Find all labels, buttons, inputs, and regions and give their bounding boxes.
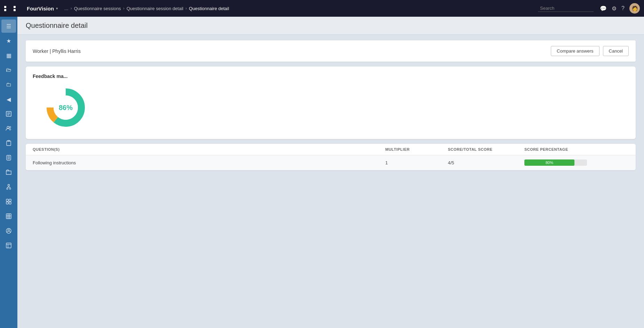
breadcrumb-ellipsis: ... [64, 6, 69, 11]
col-header-scroll [622, 147, 629, 151]
donut-chart: 86% [41, 83, 90, 132]
sidebar-item-grid[interactable]: ▦ [1, 49, 16, 62]
col-header-score: SCORE/TOTAL SCORE [448, 147, 524, 151]
svg-point-15 [9, 188, 11, 189]
sidebar-item-folder2[interactable] [1, 166, 16, 179]
breadcrumb-sessions[interactable]: Questionnaire sessions [74, 6, 121, 11]
app-grid-icon[interactable] [4, 6, 22, 11]
brand-name: FourVision [27, 6, 54, 11]
sidebar-item-person-tree[interactable] [1, 180, 16, 194]
sidebar-item-documents[interactable] [1, 107, 16, 120]
breadcrumb: ... › Questionnaire sessions › Questionn… [64, 6, 535, 11]
gear-icon[interactable]: ⚙ [612, 5, 617, 12]
svg-point-4 [7, 126, 9, 128]
svg-point-9 [8, 156, 10, 158]
chart-container: Feedback ma... [33, 73, 99, 132]
app-brand[interactable]: FourVision ▾ [27, 6, 58, 11]
svg-point-26 [8, 229, 10, 231]
sidebar-item-people[interactable] [1, 122, 16, 135]
breadcrumb-sep-2: › [123, 6, 124, 11]
sidebar-item-person-circle[interactable] [1, 224, 16, 237]
col-header-percentage: SCORE PERCENTAGE [524, 147, 622, 151]
sidebar-item-clipboard[interactable] [1, 136, 16, 150]
compare-answers-button[interactable]: Compare answers [551, 46, 599, 56]
breadcrumb-questionnaire-detail[interactable]: Questionnaire detail [189, 6, 229, 11]
progress-bar-wrap: 80% [524, 159, 587, 166]
col-header-questions: QUESTION(S) [33, 147, 385, 151]
svg-rect-17 [9, 199, 11, 201]
cell-percentage: 80% [524, 159, 622, 166]
svg-rect-18 [6, 202, 8, 204]
worker-actions: Compare answers Cancel [551, 46, 629, 56]
cell-question: Following instructions [33, 160, 385, 165]
sidebar-item-table[interactable] [1, 239, 16, 252]
sidebar-item-apps[interactable] [1, 195, 16, 208]
help-icon[interactable]: ? [621, 5, 625, 11]
svg-point-5 [9, 126, 11, 128]
cancel-button[interactable]: Cancel [603, 46, 629, 56]
sidebar-item-star[interactable]: ★ [1, 34, 16, 47]
nav-icons: 💬 ⚙ ? 🧑 [600, 3, 640, 14]
sidebar: ☰ ★ ▦ 🗁 🗀 ◀ [0, 17, 17, 328]
col-header-multiplier: MULTIPLIER [385, 147, 448, 151]
svg-point-11 [8, 185, 10, 186]
progress-bar-fill: 80% [524, 159, 574, 166]
worker-label: Worker | Phyllis Harris [33, 48, 81, 54]
worker-bar: Worker | Phyllis Harris Compare answers … [26, 40, 636, 62]
table-header: QUESTION(S) MULTIPLIER SCORE/TOTAL SCORE… [26, 144, 636, 155]
search-input[interactable] [538, 5, 594, 12]
cell-multiplier: 1 [385, 160, 448, 165]
breadcrumb-sep-1: › [71, 6, 72, 11]
svg-rect-27 [6, 243, 11, 248]
svg-rect-20 [6, 214, 11, 219]
content-area: Worker | Phyllis Harris Compare answers … [17, 35, 644, 328]
chart-title: Feedback ma... [33, 73, 67, 79]
top-nav: FourVision ▾ ... › Questionnaire session… [0, 0, 644, 17]
main-content: Questionnaire detail Worker | Phyllis Ha… [17, 17, 644, 328]
page-title: Questionnaire detail [26, 22, 636, 30]
breadcrumb-session-detail[interactable]: Questionnaire session detail [127, 6, 183, 11]
sidebar-item-folder-open[interactable]: 🗁 [1, 63, 16, 77]
table-row: Following instructions 1 4/5 80% [26, 155, 636, 170]
progress-label: 80% [546, 161, 553, 165]
sidebar-item-folder[interactable]: 🗀 [1, 78, 16, 91]
svg-rect-16 [6, 199, 8, 201]
breadcrumb-sep-3: › [185, 6, 187, 11]
sidebar-item-back[interactable]: ◀ [1, 93, 16, 106]
page-header: Questionnaire detail [17, 17, 644, 35]
svg-rect-19 [9, 202, 11, 204]
svg-point-14 [7, 188, 8, 189]
svg-rect-6 [7, 141, 11, 146]
donut-percentage: 86% [59, 104, 73, 112]
sidebar-item-hamburger[interactable]: ☰ [1, 19, 16, 33]
chart-card: Feedback ma... [26, 67, 636, 139]
cell-score: 4/5 [448, 160, 524, 165]
sidebar-item-grid2[interactable] [1, 210, 16, 223]
brand-dropdown-icon: ▾ [56, 6, 58, 11]
chat-icon[interactable]: 💬 [600, 5, 607, 12]
table-card: QUESTION(S) MULTIPLIER SCORE/TOTAL SCORE… [26, 144, 636, 170]
sidebar-item-badge[interactable] [1, 151, 16, 164]
avatar[interactable]: 🧑 [629, 3, 640, 14]
